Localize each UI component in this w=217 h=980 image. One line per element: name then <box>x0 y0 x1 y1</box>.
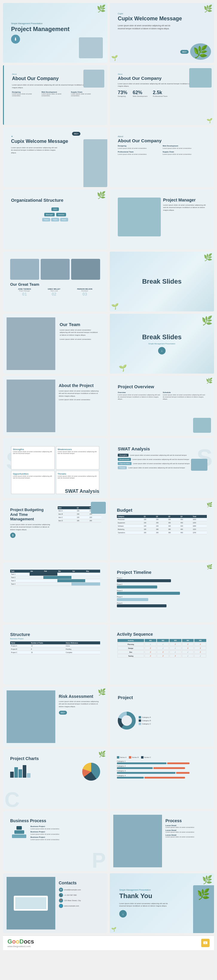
structure-row-3: Project C 15 Complete <box>10 651 100 654</box>
legend-c: Series C <box>141 756 151 759</box>
process-item-3: Lorem Detail Lorem ipsum dolor sit amet … <box>166 834 207 838</box>
col-1: Designing Lorem ipsum dolor sit amet con… <box>118 145 161 150</box>
slide-19: Task Jan Feb Mar Apr May Task 1 <box>3 563 107 622</box>
slide-26-content: Series A Series B Series C Category 1 <box>113 752 211 783</box>
h-bar-1: Category 1 <box>117 760 207 764</box>
budget-full-header: Category Q1 Q2 Q3 Q4 Total <box>117 515 207 518</box>
tl-bar-1: Phase 1 <box>117 577 207 582</box>
team-photos <box>10 259 100 280</box>
bar-3 <box>19 769 22 778</box>
slide-22: Activity Sequence Activity W1 W2 W3 W4 W… <box>110 625 214 684</box>
slide-13-body: Lorem ipsum dolor sit amet consectetur a… <box>59 390 101 397</box>
slide-5-badge: 983+ <box>72 132 80 136</box>
structure-row-1: Project A 12 Active <box>10 644 100 648</box>
slide-22-title: Activity Sequence <box>117 632 207 636</box>
page-wrapper: 🌿 Simple Management Presentation Project… <box>0 0 217 953</box>
slide-13-layout: About the Project Lorem ipsum dolor sit … <box>6 380 104 432</box>
slide-row-8: S Strengths Lorem ipsum dolor sit amet c… <box>3 438 214 498</box>
our-team-image <box>6 317 55 370</box>
contact-email: ✉ email@example.com <box>59 888 101 892</box>
slide-28-text: Process Lorem Detail Lorem ipsum dolor s… <box>162 815 211 867</box>
contact-items: ✉ email@example.com 📞 +1 234 567 890 📍 1… <box>59 888 101 908</box>
slide-28-layout: Process Lorem Detail Lorem ipsum dolor s… <box>113 815 211 867</box>
team-labels: JOSE THOMAS Project Manager 01 GREG WILL… <box>10 288 100 296</box>
slide-22-content: Activity Sequence Activity W1 W2 W3 W4 W… <box>113 628 211 662</box>
slide-2-badge: 983+ <box>180 50 188 54</box>
slide-16-title: SWAT Analysis <box>118 446 206 451</box>
slide-row-14: P Business Process Business Project Lore… <box>3 811 214 871</box>
slide-2-small: Cupix <box>118 13 206 14</box>
team-photo-2 <box>41 259 70 280</box>
tl-header: Task Jan Feb Mar Apr May <box>10 570 100 573</box>
tl-bar-4: Phase 4 <box>117 596 207 601</box>
leaf-tr-18: 🌿 <box>207 502 212 508</box>
slide-3: About About Our Company Lorem ipsum dolo… <box>3 65 107 125</box>
slide-row-6: Our Team Lorem ipsum dolor sit amet cons… <box>3 314 214 374</box>
col-webdev: Web Development Lorem ipsum dolor sit am… <box>41 91 70 97</box>
activity-row-4: Testing ✗ ✗ ✗ ✓ ✓ <box>118 654 206 657</box>
slide-16: S SWAT Analysis Strengths Lorem ipsum do… <box>110 438 214 498</box>
slide-16-image <box>191 459 207 471</box>
slide-row-9: Project Budgeting And Time Management Lo… <box>3 500 214 560</box>
slide-10: 🌿 🌱 Break Slides <box>110 251 214 312</box>
leaf-bl-30: 🌱 <box>111 927 116 932</box>
slide-17-text: Project Budgeting And Time Management Lo… <box>6 504 55 557</box>
slide-25: C 🌿 Project Charts <box>3 749 107 809</box>
budget-full-table: Category Q1 Q2 Q3 Q4 Total Personnel 100… <box>117 515 207 535</box>
slide-25-title: Project Charts <box>10 756 100 761</box>
slide-8: Project Manager Lorem ipsum dolor sit am… <box>110 189 214 249</box>
slides-icon <box>201 939 209 947</box>
slide-6-title: About Our Company <box>118 138 206 143</box>
slide-5-text: Lorem ipsum dolor sit amet consectetur a… <box>11 146 59 154</box>
slide-21: Structure Business Project Name Number o… <box>3 625 107 684</box>
our-team-right: Our Team Lorem ipsum dolor sit amet cons… <box>55 317 104 370</box>
team-member-2: GREG WILLEY Team Lead 02 <box>48 288 61 296</box>
slide-9-title: Our Great Team <box>10 282 100 286</box>
slide-23-text: Risk Assessment Lorem ipsum dolor sit am… <box>55 690 104 743</box>
slide-11-text2: Lorem ipsum dolor sit amet consectetur. <box>60 338 99 340</box>
slide-18-title: Budget <box>117 508 207 512</box>
slide-26: Series A Series B Series C Category 1 <box>110 749 214 809</box>
pyramid <box>10 826 28 838</box>
slide-13-body2: Lorem ipsum dolor sit amet consectetur. <box>59 398 101 401</box>
stat-team: 2.5k Professional Team <box>153 90 168 97</box>
break-title: Break Slides <box>142 278 182 285</box>
leaf-bl-10: 🌱 <box>111 303 119 310</box>
slide-17: Project Budgeting And Time Management Lo… <box>3 500 107 560</box>
pie-visual <box>82 763 100 781</box>
budget-full-row-5: Operations 160 260 360 460 1240 <box>117 531 207 535</box>
bar-2 <box>14 767 18 778</box>
slide-21-title: Structure <box>10 632 100 637</box>
slide-21-content: Structure Business Project Name Number o… <box>6 628 104 658</box>
leaf-decoration-tr: 🌿 <box>97 5 106 13</box>
slide-23-body: Lorem ipsum dolor sit amet consectetur a… <box>59 700 101 708</box>
slide-8-image <box>118 197 161 236</box>
swat-box-w: Weaknesses Lorem ipsum dolor sit amet co… <box>56 446 99 469</box>
our-team-left <box>6 317 55 370</box>
tl-row-1: Task 1 <box>10 573 100 576</box>
h-bar-2: Category 2 <box>117 765 207 769</box>
slide-15-content: Strengths Lorem ipsum dolor sit amet con… <box>6 442 104 498</box>
col-4: Supply Chain Lorem ipsum dolor sit amet … <box>163 151 206 156</box>
col-3: Professional Team Lorem ipsum dolor sit … <box>118 151 161 156</box>
chart-c-bg: C <box>5 788 20 809</box>
structure-header: Name Number of Tasks Status Reference <box>10 641 100 644</box>
activity-header: Activity W1 W2 W3 W4 W5 <box>118 639 206 642</box>
activity-row-2: Design ✗ ✓ ✓ ✗ ✗ <box>118 646 206 650</box>
break-content-12: Break Slides Simple Management Presentat… <box>136 327 187 360</box>
slide-20: 🌿 Project Timeline Phase 1 Phase 2 Phase… <box>110 563 214 622</box>
slide-29-title: Contacts <box>59 880 101 885</box>
slide-2: 🌿 🌱 Cupix Cupix Welcome Message Lorem ip… <box>110 3 214 63</box>
slide-4: About About Our Company Lorem ipsum dolo… <box>110 65 214 125</box>
org-level3: Team Team Team <box>11 218 99 221</box>
overview-col1: Overview Lorem ipsum dolor sit amet cons… <box>118 391 161 400</box>
slide-row-4: 🌿 Organizational Structure CEO Manager D… <box>3 189 214 249</box>
thank-you-text: Lorem ipsum dolor sit amet consectetur a… <box>119 902 171 907</box>
slide-14-title: Project Overview <box>118 384 206 389</box>
team-photo-3 <box>71 259 100 280</box>
structure-row-2: Project B 8 Pending <box>10 648 100 651</box>
slide-3-image <box>83 70 104 88</box>
slide-29-text: Contacts ✉ email@example.com 📞 +1 234 56… <box>55 877 104 929</box>
slide-20-content: Project Timeline Phase 1 Phase 2 Phase 3… <box>113 566 211 612</box>
slide-23-badge: 983+ <box>59 711 67 714</box>
